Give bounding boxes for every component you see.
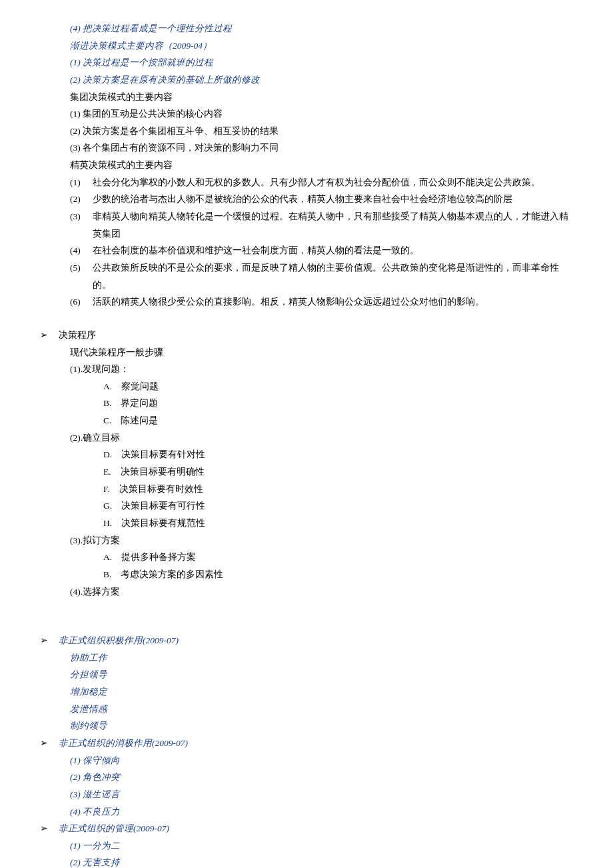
elite-item: (4)在社会制度的基本价值观和维护这一社会制度方面，精英人物的看法是一致的。	[40, 242, 573, 259]
elite-item: (1)社会分化为掌权的小数人和无权的多数人。只有少部人才有权为社会分配价值，而公…	[40, 174, 573, 191]
item-text: 在社会制度的基本价值观和维护这一社会制度方面，精英人物的看法是一致的。	[93, 242, 573, 259]
text-line: (1) 决策过程是一个按部就班的过程	[40, 54, 573, 71]
text-line: (2) 决策方案是在原有决策的基础上所做的修改	[40, 71, 573, 89]
heading-text: 非正式组织积极作用(2009-07)	[59, 632, 179, 649]
text-line: 精英决策模式的主要内容	[40, 157, 573, 174]
step-heading: (4).选择方案	[40, 583, 573, 601]
step-heading: (1).发现问题：	[40, 361, 573, 378]
list-item: 制约领导	[40, 717, 573, 735]
heading-text: 非正式组织的消极作用(2009-07)	[59, 735, 188, 752]
bullet-heading: ➢非正式组织积极作用(2009-07)	[40, 632, 573, 649]
list-item: 协助工作	[40, 649, 573, 667]
item-text: 非精英人物向精英人物转化是一个缓慢的过程。在精英人物中，只有那些接受了精英人物基…	[93, 208, 573, 242]
list-item: (2) 无害支持	[40, 854, 573, 868]
bullet-heading: ➢非正式组织的消极作用(2009-07)	[40, 735, 573, 752]
item-number: (3)	[70, 208, 93, 242]
text-line: (3) 各个集团占有的资源不同，对决策的影响力不同	[40, 139, 573, 157]
item-text: 社会分化为掌权的小数人和无权的多数人。只有少部人才有权为社会分配价值，而公众则不…	[93, 174, 573, 191]
elite-item: (2)少数的统治者与杰出人物不是被统治的公众的代表，精英人物主要来自社会中社会经…	[40, 191, 573, 208]
step-item: B. 考虑决策方案的多因素性	[40, 566, 573, 583]
item-number: (2)	[70, 191, 93, 208]
text-line: (1) 集团的互动是公共决策的核心内容	[40, 105, 573, 123]
list-item: 分担领导	[40, 666, 573, 683]
item-number: (4)	[70, 242, 93, 259]
step-item: G. 决策目标要有可行性	[40, 497, 573, 515]
spacer	[40, 311, 573, 327]
step-heading: (3).拟订方案	[40, 532, 573, 549]
subheading: 现代决策程序一般步骤	[40, 344, 573, 361]
step-item: E. 决策目标要有明确性	[40, 463, 573, 481]
step-item: F. 决策目标要有时效性	[40, 481, 573, 498]
list-item: (3) 滋生谣言	[40, 786, 573, 803]
text-line: (4) 把决策过程看成是一个理性分性过程	[40, 20, 573, 37]
list-item: 增加稳定	[40, 683, 573, 701]
step-item: A. 提供多种备择方案	[40, 549, 573, 566]
item-number: (1)	[70, 174, 93, 191]
spacer	[40, 616, 573, 632]
step-item: C. 陈述问是	[40, 412, 573, 429]
elite-item: (6)活跃的精英人物很少受公众的直接影响。相反，精英人物影响公众远远超过公众对他…	[40, 293, 573, 311]
item-text: 少数的统治者与杰出人物不是被统治的公众的代表，精英人物主要来自社会中社会经济地位…	[93, 191, 573, 208]
step-item: H. 决策目标要有规范性	[40, 515, 573, 532]
arrow-icon: ➢	[40, 327, 59, 344]
item-number: (6)	[70, 293, 93, 311]
elite-item: (5)公共政策所反映的不是公众的要求，而是反映了精人物的主要价值观。公共政策的变…	[40, 259, 573, 293]
item-text: 公共政策所反映的不是公众的要求，而是反映了精人物的主要价值观。公共政策的变化将是…	[93, 259, 573, 293]
list-item: (1) 一分为二	[40, 837, 573, 855]
text-line: 渐进决策模式主要内容（2009-04）	[40, 37, 573, 55]
arrow-icon: ➢	[40, 632, 59, 649]
item-text: 活跃的精英人物很少受公众的直接影响。相反，精英人物影响公众远远超过公众对他们的影…	[93, 293, 573, 311]
list-item: (2) 角色冲突	[40, 769, 573, 786]
arrow-icon: ➢	[40, 735, 59, 752]
step-item: B. 界定问题	[40, 395, 573, 412]
heading-text: 决策程序	[59, 327, 96, 344]
list-item: (1) 保守倾向	[40, 752, 573, 769]
spacer	[40, 600, 573, 616]
item-number: (5)	[70, 259, 93, 293]
step-item: A. 察觉问题	[40, 378, 573, 395]
step-heading: (2).确立目标	[40, 429, 573, 447]
elite-item: (3)非精英人物向精英人物转化是一个缓慢的过程。在精英人物中，只有那些接受了精英…	[40, 208, 573, 242]
text-line: (2) 决策方案是各个集团相互斗争、相互妥协的结果	[40, 123, 573, 140]
bullet-heading: ➢非正式组织的管理(2009-07)	[40, 820, 573, 837]
arrow-icon: ➢	[40, 820, 59, 837]
heading-text: 非正式组织的管理(2009-07)	[59, 820, 169, 837]
step-item: D. 决策目标要有针对性	[40, 446, 573, 463]
text-line: 集团决策模式的主要内容	[40, 89, 573, 106]
list-item: 发泄情感	[40, 701, 573, 718]
list-item: (4) 不良压力	[40, 803, 573, 821]
bullet-heading: ➢决策程序	[40, 327, 573, 344]
